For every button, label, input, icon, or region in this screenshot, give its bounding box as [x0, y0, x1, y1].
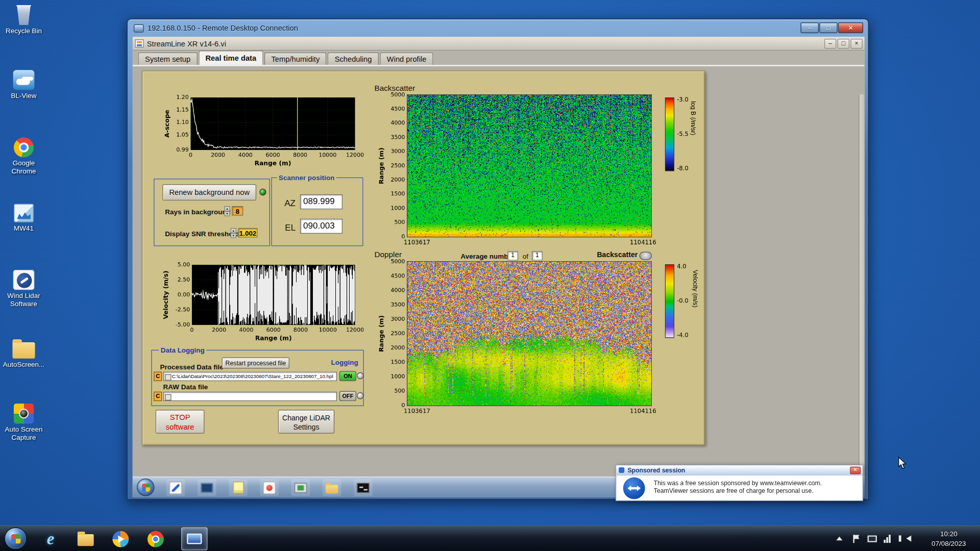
desktop-icon-mw41[interactable]: MW41 — [1, 204, 47, 233]
snr-spinner[interactable]: ▲▼ — [231, 228, 236, 237]
logging-label: Logging — [329, 359, 360, 366]
command-prompt-icon — [357, 483, 369, 493]
mw41-icon — [14, 204, 34, 222]
start-button[interactable] — [5, 527, 27, 549]
display-tray-icon[interactable] — [868, 535, 877, 542]
app-close-button[interactable]: × — [851, 39, 863, 49]
clock-time: 10:20 — [922, 529, 975, 539]
folder-icon — [12, 342, 35, 359]
rdp-minimize-button[interactable]: ‒ — [801, 22, 819, 33]
az-field[interactable]: 089.999 — [300, 194, 342, 209]
processed-data-file-path[interactable]: C:\Lidar\Data\Proc\2023\202308\20230807\… — [163, 372, 337, 381]
taskbar-internet-explorer-icon[interactable] — [39, 527, 63, 550]
taskbar-remote-desktop-button[interactable] — [181, 527, 207, 550]
teamviewer-popup: Sponsored session ✕ This was a free sess… — [616, 465, 863, 501]
tab-scheduling[interactable]: Scheduling — [328, 53, 379, 65]
app-titlebar[interactable]: StreamLine XR v14-6.vi – □ × — [133, 37, 865, 51]
processed-logging-led[interactable] — [357, 372, 363, 379]
desktop-icon-wind-lidar[interactable]: Wind Lidar Software — [1, 270, 47, 308]
raw-logging-led[interactable] — [357, 392, 363, 399]
remote-taskbar-display-icon[interactable] — [198, 479, 216, 496]
desktop-screen: Recycle Bin BL-View Google Chrome MW41 W… — [0, 0, 980, 551]
app-scrollbar[interactable] — [859, 94, 864, 497]
bl-view-icon — [13, 70, 35, 90]
raw-data-file-path[interactable] — [163, 392, 337, 401]
volume-tray-icon[interactable] — [899, 535, 911, 541]
remote-desktop-icon — [187, 534, 202, 544]
desktop-icon-bl-view[interactable]: BL-View — [1, 70, 47, 100]
remote-taskbar-notepad-icon[interactable] — [229, 479, 248, 496]
tab-real-time-data[interactable]: Real time data — [199, 51, 263, 65]
renew-background-button[interactable]: Renew background now — [162, 184, 256, 201]
doppler-colorbar-label: Velocity (m/s) — [692, 270, 699, 307]
remote-taskbar-folder-icon[interactable] — [323, 479, 341, 496]
renew-background-led — [259, 189, 266, 195]
desktop-icon-label: Recycle Bin — [1, 27, 47, 35]
desktop-icon-recycle-bin[interactable]: Recycle Bin — [1, 5, 47, 35]
data-logging-title: Data Logging — [159, 346, 206, 354]
remote-taskbar-record-icon[interactable] — [260, 479, 279, 496]
teamviewer-logo-icon — [623, 478, 645, 499]
remote-desktop-screen: StreamLine XR v14-6.vi – □ × System setu… — [133, 37, 865, 497]
remote-taskbar-capture-icon[interactable] — [291, 479, 310, 496]
paint-icon — [169, 481, 182, 493]
el-field[interactable]: 090.003 — [300, 219, 342, 234]
processed-logging-toggle-on[interactable]: ON — [339, 371, 356, 381]
rdp-window: 192.168.0.150 - Remote Desktop Connectio… — [127, 19, 869, 500]
rays-in-background-field[interactable]: 8 — [232, 206, 243, 215]
teamviewer-popup-body: This was a free session sponsored by www… — [616, 475, 862, 501]
scanner-position-title: Scanner position — [277, 173, 336, 181]
network-tray-icon[interactable] — [884, 534, 892, 543]
taskbar-chrome-icon[interactable] — [144, 527, 168, 550]
remote-taskbar-cmd-icon[interactable] — [354, 479, 373, 496]
az-label: AZ — [284, 198, 296, 208]
app-minimize-button[interactable]: – — [824, 39, 836, 49]
backscatter-heatmap — [369, 90, 666, 249]
stop-software-button[interactable]: STOP software — [156, 410, 205, 434]
raw-logging-toggle-off[interactable]: OFF — [339, 391, 356, 402]
teamviewer-message-line2: TeamViewer sessions are free of charge f… — [654, 487, 814, 494]
taskbar-clock[interactable]: 10:20 07/08/2023 — [922, 529, 975, 549]
hidden-icons-chevron[interactable] — [836, 537, 842, 540]
teamviewer-close-button[interactable]: ✕ — [850, 467, 861, 474]
action-center-flag-icon[interactable] — [852, 535, 860, 543]
chrome-icon — [148, 531, 164, 547]
teamviewer-popup-titlebar[interactable]: Sponsored session ✕ — [616, 465, 862, 475]
remote-start-button[interactable] — [137, 479, 154, 496]
processed-drive-badge: C — [154, 372, 162, 381]
restart-processed-file-button[interactable]: Restart processed file — [222, 357, 289, 368]
display-snr-threshold-field[interactable]: 1.002 — [238, 228, 258, 237]
scanner-position-box: Scanner position AZ 089.999 EL 090.003 — [271, 178, 363, 246]
clock-date: 07/08/2023 — [922, 539, 975, 549]
doppler-heatmap — [369, 257, 666, 418]
chrome-icon — [14, 137, 34, 157]
rays-spinner[interactable]: ▲▼ — [225, 206, 230, 215]
taskbar-media-player-icon[interactable] — [109, 527, 133, 550]
desktop-icon-label: MW41 — [1, 224, 47, 233]
rdp-close-button[interactable]: ✕ — [838, 22, 863, 33]
raw-data-file-label: RAW Data file — [163, 383, 208, 391]
app-window-title: StreamLine XR v14-6.vi — [147, 39, 226, 48]
rdp-titlebar[interactable]: 192.168.0.150 - Remote Desktop Connectio… — [128, 19, 868, 37]
stop-button-line2: software — [156, 423, 204, 433]
data-logging-box: Data Logging Processed Data file Restart… — [151, 350, 363, 406]
desktop-icon-google-chrome[interactable]: Google Chrome — [1, 137, 47, 176]
rdp-maximize-button[interactable]: □ — [819, 22, 838, 33]
system-tray: 10:20 07/08/2023 — [836, 526, 980, 551]
front-panel: Renew background now Rays in background … — [142, 70, 705, 445]
recycle-bin-icon — [16, 5, 31, 25]
taskbar-file-explorer-icon[interactable] — [74, 527, 97, 550]
app-maximize-button[interactable]: □ — [838, 39, 849, 49]
remote-taskbar-paint-icon[interactable] — [166, 479, 185, 496]
tab-wind-profile[interactable]: Wind profile — [380, 53, 433, 65]
tab-system-setup[interactable]: System setup — [138, 53, 198, 65]
change-lidar-settings-button[interactable]: Change LiDAR Settings — [278, 410, 334, 434]
screen-capture-icon — [295, 483, 307, 493]
file-explorer-icon — [78, 534, 94, 546]
desktop-icon-auto-screen-capture[interactable]: Auto Screen Capture — [1, 404, 47, 442]
record-icon — [263, 481, 276, 493]
desktop-icon-autoscreen-folder[interactable]: AutoScreen... — [1, 337, 47, 368]
rdp-window-icon — [134, 24, 144, 32]
tab-temp-humidity[interactable]: Temp/humidity — [264, 53, 327, 65]
desktop-icon-label: Auto Screen Capture — [1, 425, 47, 442]
